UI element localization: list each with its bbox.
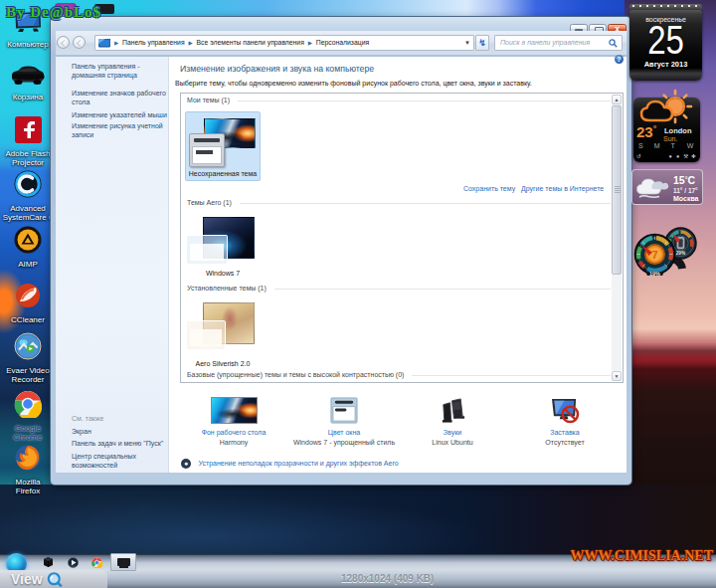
svg-text:29%: 29% [676,251,686,256]
svg-text:7: 7 [651,249,657,261]
svg-text:19%: 19% [649,271,660,277]
